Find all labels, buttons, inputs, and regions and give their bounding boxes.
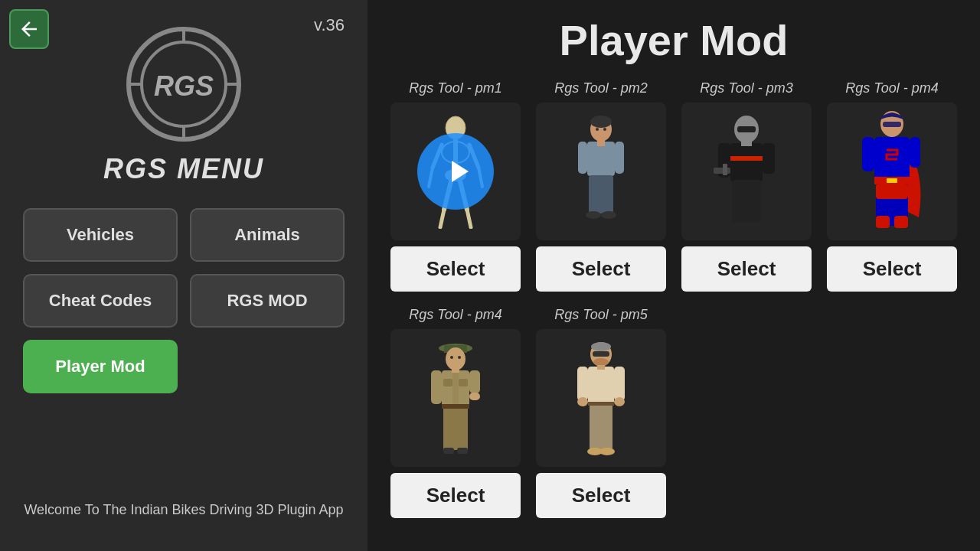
logo: RGS — [122, 23, 245, 145]
svg-point-29 — [603, 128, 606, 131]
mod-card-pm3: Rgs Tool - pm3 — [681, 80, 812, 292]
mod-label-pm4b: Rgs Tool - pm4 — [409, 307, 501, 323]
svg-line-18 — [467, 210, 471, 227]
mod-card-pm4: Rgs Tool - pm4 — [827, 80, 957, 292]
svg-rect-65 — [442, 404, 469, 409]
svg-rect-60 — [452, 368, 459, 373]
sidebar: v.36 RGS RGS MENU Vehicles Animals Cheat… — [0, 0, 368, 551]
svg-point-54 — [450, 356, 453, 359]
svg-rect-25 — [615, 142, 624, 174]
svg-point-27 — [601, 211, 616, 219]
svg-point-71 — [593, 358, 609, 366]
civilian-figure — [570, 341, 632, 455]
superman-figure — [858, 110, 926, 233]
svg-rect-74 — [590, 403, 612, 451]
svg-point-77 — [577, 397, 588, 406]
svg-rect-73 — [597, 365, 605, 370]
svg-rect-33 — [730, 156, 763, 161]
svg-rect-46 — [876, 184, 908, 199]
svg-rect-31 — [737, 126, 756, 132]
play-icon — [439, 153, 476, 190]
svg-rect-76 — [614, 367, 625, 401]
nav-grid: Vehicles Animals Cheat Codes RGS MOD Pla… — [23, 208, 345, 393]
play-button[interactable] — [417, 133, 494, 210]
svg-rect-23 — [589, 175, 613, 214]
mod-label-pm2: Rgs Tool - pm2 — [554, 80, 647, 96]
mod-image-pm2 — [536, 103, 666, 240]
select-button-pm1[interactable]: Select — [390, 246, 521, 292]
svg-rect-41 — [883, 122, 901, 127]
svg-rect-79 — [588, 402, 614, 406]
select-button-pm5[interactable]: Select — [536, 473, 666, 518]
rgs-mod-button[interactable]: RGS MOD — [190, 274, 345, 328]
svg-rect-44 — [887, 178, 897, 183]
svg-rect-67 — [457, 448, 468, 454]
svg-rect-35 — [732, 180, 761, 222]
svg-rect-62 — [431, 370, 442, 404]
select-button-pm4-row1[interactable]: Select — [827, 246, 957, 292]
svg-point-28 — [596, 128, 599, 131]
svg-text:RGS: RGS — [154, 70, 214, 102]
svg-rect-21 — [587, 142, 615, 176]
player-mod-button[interactable]: Player Mod — [23, 340, 178, 393]
mod-label-pm1: Rgs Tool - pm1 — [409, 80, 501, 96]
mod-card-pm1: Rgs Tool - pm1 — [390, 80, 521, 292]
svg-rect-58 — [443, 379, 452, 386]
svg-rect-50 — [910, 137, 920, 168]
back-icon — [18, 18, 41, 41]
svg-rect-24 — [578, 142, 587, 174]
casual-figure — [570, 114, 632, 229]
svg-line-16 — [440, 210, 444, 227]
svg-point-81 — [599, 448, 615, 455]
mod-image-pm5 — [536, 329, 666, 467]
svg-rect-22 — [597, 140, 605, 146]
svg-rect-38 — [723, 164, 727, 175]
svg-point-26 — [586, 211, 601, 219]
svg-rect-32 — [730, 143, 763, 181]
version-label: v.36 — [314, 15, 345, 35]
svg-rect-37 — [714, 168, 730, 174]
mod-card-pm5: Rgs Tool - pm5 — [536, 307, 666, 518]
svg-rect-66 — [443, 448, 454, 454]
svg-point-55 — [458, 356, 461, 359]
svg-rect-39 — [763, 143, 775, 174]
svg-rect-59 — [459, 379, 468, 386]
svg-rect-61 — [443, 406, 468, 450]
animals-button[interactable]: Animals — [190, 208, 345, 262]
police-figure — [425, 341, 486, 455]
mods-row-1: Rgs Tool - pm1 — [390, 80, 957, 292]
back-button[interactable] — [9, 9, 49, 49]
svg-rect-72 — [588, 367, 614, 405]
svg-rect-47 — [876, 216, 890, 228]
mod-label-pm5: Rgs Tool - pm5 — [554, 307, 647, 323]
menu-title: RGS MENU — [103, 153, 264, 185]
svg-rect-64 — [469, 393, 480, 400]
svg-point-53 — [446, 347, 466, 370]
main-content: Player Mod Rgs Tool - pm1 — [368, 0, 980, 551]
page-title: Player Mod — [390, 15, 957, 65]
vehicles-button[interactable]: Vehicles — [23, 208, 178, 262]
select-button-pm3[interactable]: Select — [681, 246, 812, 292]
mod-label-pm3: Rgs Tool - pm3 — [700, 80, 792, 96]
mod-image-pm1 — [390, 103, 521, 240]
svg-rect-63 — [469, 370, 480, 393]
welcome-text: Welcome To The Indian Bikes Driving 3D P… — [24, 500, 343, 536]
svg-rect-49 — [862, 137, 874, 171]
select-button-pm4b[interactable]: Select — [390, 473, 521, 518]
svg-point-69 — [591, 342, 611, 351]
mod-card-pm2: Rgs Tool - pm2 — [536, 80, 666, 292]
svg-rect-57 — [452, 370, 459, 407]
mod-card-pm4b: Rgs Tool - pm4 — [390, 307, 521, 518]
logo-svg: RGS — [122, 23, 245, 145]
svg-rect-34 — [741, 142, 752, 146]
svg-rect-48 — [894, 216, 908, 228]
svg-rect-70 — [593, 351, 609, 357]
mods-row-2: Rgs Tool - pm4 — [390, 307, 957, 518]
cheat-codes-button[interactable]: Cheat Codes — [23, 274, 178, 328]
mod-image-pm4 — [827, 103, 957, 240]
svg-point-78 — [614, 397, 625, 406]
mod-image-pm4b — [390, 329, 521, 467]
mod-label-pm4: Rgs Tool - pm4 — [845, 80, 938, 96]
svg-point-20 — [590, 116, 612, 128]
select-button-pm2[interactable]: Select — [536, 246, 666, 292]
